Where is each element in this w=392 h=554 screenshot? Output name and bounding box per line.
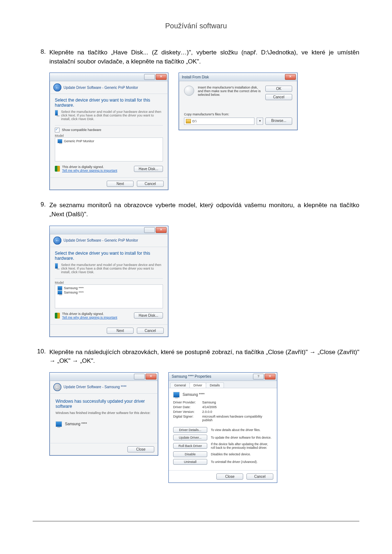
cancel-button[interactable]: Cancel	[265, 94, 292, 100]
close-icon[interactable]: ✕	[156, 227, 167, 233]
close-icon[interactable]: ✕	[265, 374, 275, 379]
dialog-heading: Select the device driver you want to ins…	[55, 98, 163, 108]
dialog-title: Install From Disk	[182, 75, 209, 79]
model-listbox[interactable]: Generic PnP Monitor	[55, 138, 163, 161]
success-line: Windows has finished installing the driv…	[56, 411, 152, 415]
breadcrumb: Update Driver Software - Generic PnP Mon…	[64, 238, 138, 242]
uninstall-desc: To uninstall the driver (Advanced).	[211, 460, 273, 464]
model-label: Model	[55, 134, 163, 138]
cancel-button[interactable]: Cancel	[137, 181, 164, 187]
path-dropdown[interactable]: ▾	[257, 118, 263, 125]
update-driver-button[interactable]: Update Driver...	[173, 435, 207, 440]
value-date: 4/14/2005	[202, 405, 273, 409]
install-from-disk-dialog: Install From Disk ✕ Insert the manufactu…	[179, 73, 298, 130]
dialog-subtext: Select the manufacturer and model of you…	[61, 110, 163, 121]
help-icon[interactable]: ?	[253, 374, 264, 379]
breadcrumb: Update Driver Software - Samsung ****	[64, 385, 126, 389]
signing-link[interactable]: Tell me why driver signing is important	[62, 169, 132, 172]
update-driver-desc: To update the driver software for this d…	[211, 436, 273, 439]
close-icon[interactable]: ✕	[156, 74, 167, 80]
footer-divider	[33, 521, 359, 521]
shield-icon	[55, 166, 60, 172]
ok-button[interactable]: OK	[265, 86, 292, 92]
signing-link[interactable]: Tell me why driver signing is important	[62, 316, 132, 319]
cancel-button[interactable]: Cancel	[137, 328, 164, 334]
monitor-icon	[57, 290, 62, 295]
properties-dialog: Samsung **** Properties ? ✕ General Driv…	[168, 372, 277, 483]
update-driver-dialog-2: ✕ ← Update Driver Software - Generic PnP…	[49, 226, 168, 337]
label-date: Driver Date:	[173, 405, 202, 409]
tab-driver[interactable]: Driver	[189, 382, 206, 388]
update-success-dialog: ✕ ← Update Driver Software - Samsung ***…	[49, 372, 158, 456]
model-label: Model	[55, 281, 163, 284]
back-icon: ←	[53, 383, 61, 391]
step-text: Klepněte na následujících obrazovkách, k…	[49, 348, 359, 366]
back-icon[interactable]: ←	[53, 83, 61, 91]
model-item[interactable]: Generic PnP Monitor	[64, 139, 94, 143]
show-compatible-label: Show compatible hardware	[62, 128, 102, 132]
label-version: Driver Version:	[173, 410, 202, 414]
step-text: Ze seznamu monitorů na obrazovce vyberte…	[49, 201, 359, 219]
step-number: 10.	[33, 348, 49, 366]
copy-from-label: Copy manufacturer's files from:	[184, 112, 292, 116]
device-name: Samsung ****	[183, 393, 205, 397]
page-title: Používání softwaru	[33, 22, 359, 30]
value-version: 2.0.0.0	[202, 410, 273, 414]
monitor-icon	[57, 139, 62, 143]
step-number: 8.	[33, 48, 49, 66]
driver-details-button[interactable]: Driver Details...	[173, 427, 207, 433]
shield-icon	[55, 313, 60, 319]
monitor-icon	[55, 110, 58, 116]
browse-button[interactable]: Browse...	[265, 118, 292, 125]
minimize-icon[interactable]	[144, 227, 155, 233]
dialog-title: Samsung **** Properties	[172, 374, 211, 378]
show-compatible-checkbox[interactable]	[55, 128, 60, 132]
path-value: D:\	[192, 119, 197, 123]
disk-icon	[184, 86, 194, 96]
minimize-icon[interactable]	[134, 374, 145, 379]
model-listbox[interactable]: Samsung **** Samsung ****	[55, 284, 163, 308]
next-button[interactable]: Next	[107, 328, 134, 334]
label-provider: Driver Provider:	[173, 401, 202, 404]
close-icon[interactable]: ✕	[285, 74, 296, 80]
update-driver-dialog-1: ✕ ← Update Driver Software - Generic PnP…	[49, 73, 168, 190]
dialog-heading: Select the device driver you want to ins…	[55, 251, 163, 261]
close-icon[interactable]: ✕	[146, 374, 156, 379]
rollback-driver-desc: If the device fails after updating the d…	[211, 442, 273, 450]
disable-desc: Disables the selected device.	[211, 452, 273, 456]
label-signer: Digital Signer:	[173, 415, 202, 422]
monitor-icon	[56, 421, 62, 427]
dialog-heading: Windows has successfully updated your dr…	[56, 399, 152, 409]
close-button[interactable]: Close	[127, 446, 154, 452]
value-signer: microsoft windows hardware compatibility…	[202, 415, 273, 422]
uninstall-button[interactable]: Uninstall	[173, 459, 207, 465]
minimize-icon[interactable]	[144, 74, 155, 80]
cancel-button[interactable]: Cancel	[246, 473, 273, 480]
value-provider: Samsung	[202, 401, 273, 404]
tab-details[interactable]: Details	[206, 382, 224, 388]
signed-text: This driver is digitally signed.	[62, 165, 132, 169]
tab-general[interactable]: General	[170, 382, 190, 388]
have-disk-button[interactable]: Have Disk...	[134, 166, 163, 172]
dialog-subtext: Select the manufacturer and model of you…	[61, 263, 163, 274]
rollback-driver-button[interactable]: Roll Back Driver	[173, 443, 207, 449]
path-input[interactable]: D:\	[184, 118, 254, 125]
monitor-icon	[173, 392, 180, 398]
step-text: Klepněte na tlačítko „Have Disk... (Z di…	[49, 48, 359, 66]
model-item[interactable]: Samsung ****	[64, 291, 84, 294]
have-disk-button[interactable]: Have Disk...	[134, 312, 163, 319]
breadcrumb: Update Driver Software - Generic PnP Mon…	[64, 86, 138, 90]
device-name: Samsung ****	[65, 422, 87, 426]
driver-details-desc: To view details about the driver files.	[211, 428, 273, 432]
monitor-icon	[55, 263, 58, 269]
back-icon[interactable]: ←	[53, 237, 61, 245]
model-item[interactable]: Samsung ****	[64, 286, 84, 290]
step-number: 9.	[33, 201, 49, 219]
folder-icon	[186, 119, 191, 123]
disable-button[interactable]: Disable	[173, 451, 207, 457]
signed-text: This driver is digitally signed.	[62, 312, 132, 316]
close-button[interactable]: Close	[216, 473, 243, 480]
next-button[interactable]: Next	[107, 181, 134, 187]
monitor-icon	[57, 286, 62, 290]
install-message: Insert the manufacturer's installation d…	[198, 86, 262, 97]
